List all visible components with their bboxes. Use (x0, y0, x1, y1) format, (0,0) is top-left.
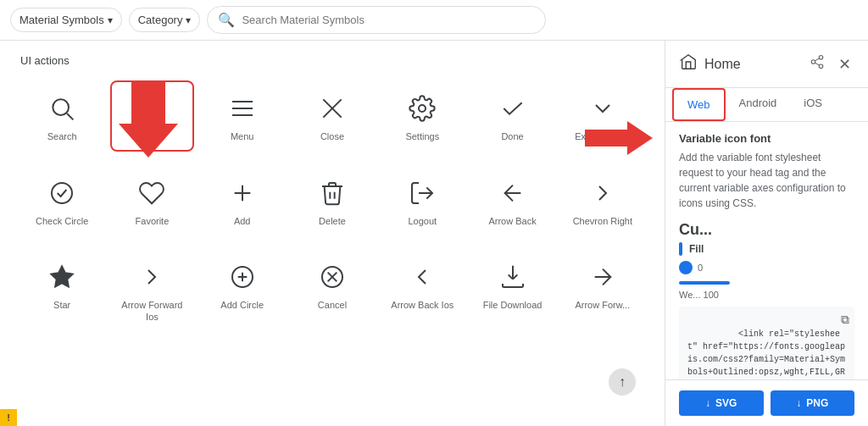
icon-label: Favorite (136, 215, 170, 227)
fill-blue-bar (679, 242, 682, 256)
icon-item-cancel[interactable]: Cancel (291, 249, 374, 331)
home-icon (135, 92, 169, 126)
svg-point-25 (819, 64, 823, 69)
fill-value: 0 (698, 263, 703, 273)
arrow-forward-icon (586, 260, 620, 294)
bottom-buttons: ↓ SVG ↓ PNG (665, 379, 868, 426)
close-icon (315, 91, 349, 125)
right-content-area: Variable icon font Add the variable font… (665, 122, 868, 379)
icon-label: Add (234, 215, 251, 227)
weight-label: We... 100 (679, 290, 854, 300)
svg-label: SVG (715, 397, 737, 409)
header: Material Symbols ▾ Category ▾ 🔍 (0, 0, 868, 41)
icon-grid-row3: Star Arrow Forward Ios (20, 249, 644, 331)
icon-grid-row2: Check Circle Favorite A (20, 165, 644, 235)
code-block-1: <link rel="stylesheet" href="https://fon… (679, 307, 854, 379)
icon-item-check-circle[interactable]: Check Circle (20, 165, 103, 235)
icon-item-arrow-forward-ios[interactable]: Arrow Forward Ios (110, 249, 193, 331)
icon-label: Menu (231, 130, 254, 142)
tab-android[interactable]: Android (726, 88, 791, 121)
chevron-down-icon: ▾ (108, 14, 113, 26)
fill-dot (679, 261, 693, 274)
icon-label: Arrow Back (488, 215, 536, 227)
chevron-right-icon (586, 176, 620, 210)
warning-badge: ! (0, 409, 17, 426)
svg-point-23 (819, 56, 823, 60)
icon-label: Expand More (575, 130, 630, 142)
icon-label: Star (53, 299, 70, 311)
icon-grid-row1: Search Home (20, 80, 644, 152)
scroll-up-button[interactable]: ↑ (609, 368, 636, 396)
icon-item-add[interactable]: Add (201, 165, 284, 235)
code-text-1: <link rel="stylesheet" href="https://fon… (687, 329, 845, 379)
icon-label: Check Circle (36, 215, 88, 227)
weight-bar (679, 281, 730, 285)
search-bar[interactable]: 🔍 (207, 6, 546, 34)
material-symbols-label: Material Symbols (19, 14, 104, 26)
icon-label: Arrow Back Ios (391, 299, 453, 311)
icon-item-done[interactable]: Done (470, 80, 554, 152)
done-icon (496, 91, 530, 125)
icon-label: Arrow Forward Ios (118, 299, 186, 324)
icon-label: Settings (405, 130, 439, 142)
material-symbols-chip[interactable]: Material Symbols ▾ (10, 8, 122, 32)
logout-icon (405, 176, 439, 210)
icon-item-arrow-forward[interactable]: Arrow Forw... (561, 249, 644, 331)
icon-item-close[interactable]: Close (291, 80, 374, 152)
menu-icon (225, 91, 259, 125)
right-panel-content: Variable icon font Add the variable font… (665, 122, 868, 379)
icon-label: Done (501, 130, 523, 142)
chevron-down-icon: ▾ (186, 14, 191, 26)
download-svg-icon: ↓ (705, 397, 710, 409)
section-title: UI actions (20, 54, 644, 67)
icon-item-expand-more[interactable]: Expand More (561, 80, 644, 152)
icon-label: Add Circle (220, 299, 264, 311)
arrow-back-ios-icon (405, 260, 439, 294)
copy-button-1[interactable]: ⧉ (841, 312, 849, 329)
icon-item-logout[interactable]: Logout (381, 165, 464, 235)
close-icon[interactable]: ✕ (835, 52, 854, 77)
icon-item-home[interactable]: Home (110, 80, 193, 152)
icon-label: Search (47, 130, 77, 142)
icon-item-settings[interactable]: Settings (381, 80, 464, 152)
icon-item-delete[interactable]: Delete (291, 165, 374, 235)
star-icon (45, 260, 79, 294)
icon-item-arrow-back[interactable]: Arrow Back (470, 165, 554, 235)
tab-ios[interactable]: iOS (790, 88, 836, 121)
png-download-button[interactable]: ↓ PNG (771, 390, 855, 416)
icon-item-star[interactable]: Star (20, 249, 103, 331)
icon-item-add-circle[interactable]: Add Circle (201, 249, 284, 331)
file-download-icon (496, 260, 530, 294)
icon-label: File Download (483, 299, 542, 311)
svg-point-8 (52, 183, 72, 203)
svg-line-27 (815, 58, 819, 61)
favorite-icon (135, 176, 169, 210)
icon-item-file-download[interactable]: File Download (470, 249, 554, 331)
icon-label: Arrow Forw... (575, 299, 630, 311)
icon-item-arrow-back-ios[interactable]: Arrow Back Ios (381, 249, 464, 331)
svg-marker-13 (51, 265, 74, 286)
variable-font-desc: Add the variable font stylesheet request… (679, 150, 854, 211)
icon-label: Chevron Right (573, 215, 632, 227)
png-label: PNG (806, 397, 828, 409)
search-input[interactable] (242, 14, 535, 26)
search-icon: 🔍 (218, 12, 235, 28)
tab-web[interactable]: Web (672, 88, 726, 121)
icon-item-search[interactable]: Search (20, 80, 103, 152)
icon-item-menu[interactable]: Menu (201, 80, 284, 152)
icon-item-favorite[interactable]: Favorite (110, 165, 193, 235)
add-circle-icon (225, 260, 259, 294)
icon-item-chevron-right[interactable]: Chevron Right (561, 165, 644, 235)
category-chip[interactable]: Category ▾ (129, 8, 201, 32)
icon-label: Close (320, 130, 344, 142)
icon-label: Delete (319, 215, 346, 227)
expand-more-icon (586, 91, 620, 125)
svg-point-7 (419, 105, 426, 112)
icon-label: Cancel (318, 299, 347, 311)
svg-download-button[interactable]: ↓ SVG (679, 390, 764, 416)
icon-label: Home (140, 131, 164, 143)
share-icon[interactable] (806, 51, 828, 77)
panel-title: Home (704, 57, 799, 72)
add-icon (225, 176, 259, 210)
icon-label: Logout (408, 215, 437, 227)
